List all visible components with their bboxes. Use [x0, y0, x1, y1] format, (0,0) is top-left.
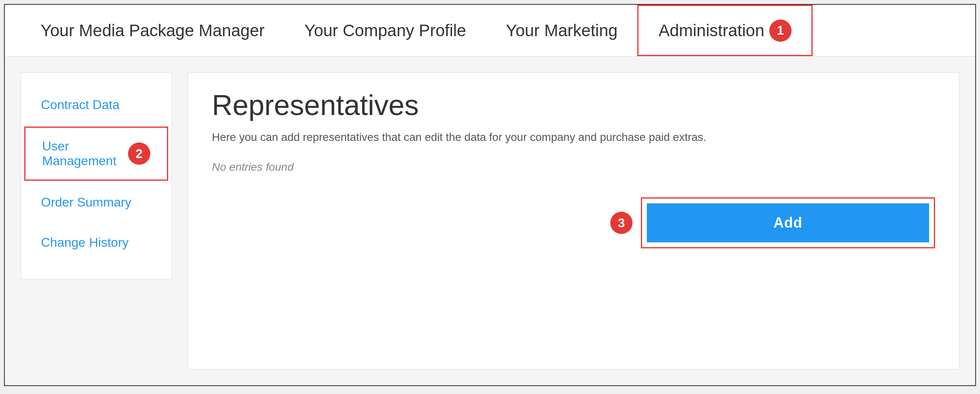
- nav-item-media-package-manager[interactable]: Your Media Package Manager: [21, 5, 284, 56]
- sidebar-item-order-summary[interactable]: Order Summary: [21, 182, 171, 222]
- add-button-wrapper: 3 Add: [212, 197, 935, 248]
- content-panel: Representatives Here you can add represe…: [188, 72, 959, 369]
- add-badge: 3: [610, 212, 633, 234]
- user-management-badge: 2: [128, 142, 150, 165]
- content-description: Here you can add representatives that ca…: [212, 129, 935, 145]
- add-button[interactable]: Add: [647, 203, 929, 242]
- page-title: Representatives: [212, 89, 935, 121]
- nav-item-administration[interactable]: Administration 1: [637, 5, 812, 56]
- no-entries-text: No entries found: [212, 161, 935, 174]
- nav-item-marketing[interactable]: Your Marketing: [486, 5, 637, 56]
- sidebar-item-contract-data[interactable]: Contract Data: [21, 85, 171, 125]
- administration-badge: 1: [769, 20, 792, 42]
- sidebar-item-user-management[interactable]: User Management 2: [24, 127, 168, 181]
- nav-item-company-profile[interactable]: Your Company Profile: [284, 5, 486, 56]
- top-navigation: Your Media Package Manager Your Company …: [5, 5, 975, 57]
- sidebar: Contract Data User Management 2 Order Su…: [21, 72, 172, 279]
- main-content: Contract Data User Management 2 Order Su…: [5, 57, 975, 385]
- sidebar-item-change-history[interactable]: Change History: [21, 222, 171, 263]
- add-button-container: 3 Add: [641, 197, 935, 248]
